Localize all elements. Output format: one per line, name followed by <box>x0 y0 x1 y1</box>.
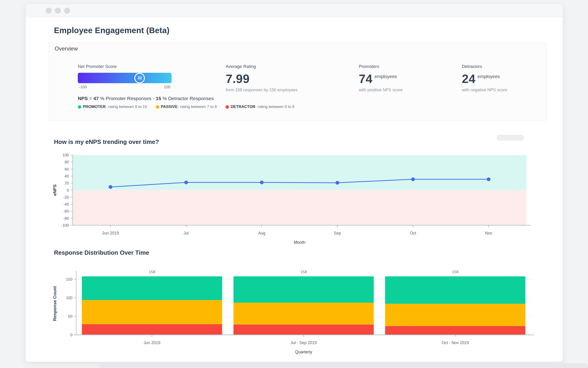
overview-stats-row: Net Promoter Score 32 -100 100 NPS = 47 … <box>78 64 542 109</box>
data-point-Nov <box>487 177 491 181</box>
axis-tick-label: 80 <box>65 160 69 164</box>
axis-tick-label: -20 <box>63 195 69 200</box>
distribution-section-title: Response Distribution Over Time <box>54 249 149 256</box>
nps-legend: PROMOTER - rating between 9 to 10PASSIVE… <box>78 104 226 109</box>
nps-gauge-scale: -100 100 <box>78 85 172 90</box>
stat-value: 7.99 <box>226 73 250 85</box>
bar-total-label: 158 <box>149 270 155 274</box>
stat-subtext: with negative NPS score <box>462 88 507 92</box>
overview-card: Overview Net Promoter Score 32 -100 100 <box>49 42 547 121</box>
x-axis-title: Month <box>294 240 305 245</box>
axis-tick-label: 0 <box>70 333 72 337</box>
nps-formula: NPS = 47 % Promoter Responses - 15 % Det… <box>78 96 226 101</box>
legend-item-promoter: PROMOTER - rating between 9 to 10 <box>78 104 147 109</box>
nps-scale-min: -100 <box>79 85 87 90</box>
bar-segment-passive <box>82 300 222 324</box>
window-titlebar <box>26 4 563 17</box>
bar-segment-detractor <box>82 324 222 335</box>
axis-tick-label: Oct - Nov 2019 <box>442 340 469 345</box>
legend-item-passive: PASSIVE - rating between 7 to 8 <box>156 104 217 109</box>
stat-label: Detractors <box>462 64 507 69</box>
bar-total-label: 158 <box>452 270 458 274</box>
stat-subtext: from 158 responses by 156 employees <box>226 88 359 92</box>
axis-tick-label: -100 <box>61 223 69 228</box>
bar-segment-passive <box>385 304 526 326</box>
axis-tick-label: 60 <box>65 167 69 172</box>
nps-formula-part: % Detractor Responses <box>161 96 214 101</box>
negative-band <box>73 190 527 225</box>
nps-block: Net Promoter Score 32 -100 100 NPS = 47 … <box>78 64 226 109</box>
bar-segment-detractor <box>385 326 526 335</box>
blurred-filter-button[interactable] <box>497 135 524 141</box>
bar-total-label: 158 <box>300 270 307 274</box>
y-axis-title: Response Count <box>52 286 57 321</box>
bar-segment-promoter <box>385 276 526 304</box>
axis-tick-label: -40 <box>63 202 69 206</box>
nps-formula-part: 15 <box>156 96 161 101</box>
axis-tick-label: 150 <box>66 277 72 282</box>
window-maximize-button[interactable] <box>64 8 70 14</box>
axis-tick-label: Sep <box>334 231 341 235</box>
axis-tick-label: 20 <box>65 181 69 185</box>
axis-tick-label: Jul <box>184 231 189 235</box>
axis-tick-label: 40 <box>65 174 69 178</box>
stat-value: 24 <box>462 73 475 85</box>
enps-line-chart: -100-80-60-40-20020406080100Jun-2019JulA… <box>48 151 555 247</box>
x-axis-title: Quarterly <box>295 350 312 354</box>
stat-value: 74 <box>359 73 372 85</box>
data-point-Oct <box>411 177 415 181</box>
axis-tick-label: 100 <box>66 296 72 300</box>
axis-tick-label: -80 <box>63 216 69 221</box>
bar-segment-detractor <box>234 324 374 335</box>
axis-tick-label: Jun-2019 <box>102 231 119 235</box>
dashboard-content: Employee Engagement (Beta) Overview Net … <box>26 17 563 362</box>
stat-label: Average Rating <box>226 64 359 69</box>
nps-formula-part: % Promoter Responses - <box>99 96 156 101</box>
stat-detractors: Detractors 24 employees with negative NP… <box>462 64 507 109</box>
legend-dot-icon <box>78 105 81 109</box>
bar-segment-promoter <box>234 276 374 303</box>
enps-section-title: How is my eNPS trending over time? <box>54 138 159 146</box>
nps-label: Net Promoter Score <box>78 64 226 69</box>
stat-unit: employees <box>375 74 397 79</box>
axis-tick-label: Jun 2019 <box>143 340 160 345</box>
axis-tick-label: 0 <box>67 188 69 193</box>
axis-tick-label: Nov <box>485 231 492 235</box>
bar-segment-promoter <box>82 276 222 300</box>
axis-tick-label: Aug <box>258 231 265 235</box>
stat-label: Promoters <box>359 64 462 69</box>
nps-scale-max: 100 <box>164 85 170 90</box>
bar-segment-passive <box>234 303 374 324</box>
overview-title: Overview <box>55 46 78 52</box>
data-point-Aug <box>260 181 264 184</box>
nps-marker: 32 <box>134 73 145 83</box>
nps-gauge: 32 <box>78 73 172 83</box>
nps-formula-part: 47 <box>93 96 99 101</box>
window-close-button[interactable] <box>46 8 52 14</box>
legend-dot-icon <box>156 105 159 109</box>
stat-average-rating: Average Rating 7.99 from 158 responses b… <box>226 64 359 109</box>
data-point-Sep <box>335 181 339 185</box>
page-title: Employee Engagement (Beta) <box>54 26 169 35</box>
axis-tick-label: Jul - Sep 2019 <box>290 340 317 345</box>
axis-tick-label: -60 <box>63 209 69 213</box>
stat-unit: employees <box>478 74 500 79</box>
y-axis-title: eNPS <box>52 184 57 196</box>
nps-value: 32 <box>138 76 142 80</box>
window-minimize-button[interactable] <box>55 8 61 14</box>
axis-tick-label: 100 <box>62 153 69 157</box>
data-point-Jun-2019 <box>109 185 112 189</box>
stat-promoters: Promoters 74 employees with positive NPS… <box>359 64 462 109</box>
nps-formula-part: = <box>88 96 93 101</box>
data-point-Jul <box>184 181 188 184</box>
app-window: Employee Engagement (Beta) Overview Net … <box>26 4 563 362</box>
nps-formula-part: NPS <box>78 96 88 101</box>
response-distribution-chart: 050100150158Jun 2019158Jul - Sep 2019158… <box>48 263 555 362</box>
axis-tick-label: Oct <box>410 231 416 235</box>
axis-tick-label: 50 <box>68 314 72 319</box>
stat-subtext: with positive NPS score <box>359 88 462 92</box>
background-window-edge <box>100 363 588 368</box>
